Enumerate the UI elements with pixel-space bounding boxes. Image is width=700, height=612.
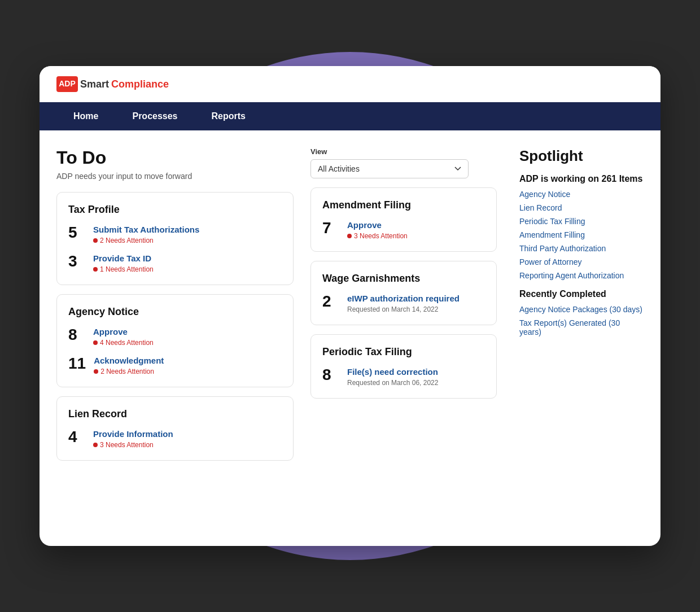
periodic-tax-filing-title: Periodic Tax Filing (322, 346, 485, 358)
compliance-label: Compliance (111, 78, 169, 90)
item-number-5: 5 (68, 225, 85, 241)
provide-tax-id-attention: 1 Needs Attention (93, 265, 154, 273)
lien-record-card: Lien Record 4 Provide Information 3 Need… (56, 396, 294, 461)
approve-attention: 4 Needs Attention (93, 339, 154, 347)
spotlight-working-title: ADP is working on 261 Items (519, 174, 644, 184)
wage-garnishments-title: Wage Garnishments (322, 273, 485, 285)
files-correction-subtext: Requested on March 06, 2022 (347, 379, 438, 387)
smart-label: Smart (80, 78, 109, 90)
item-number-8b: 8 (322, 367, 339, 383)
attention-dot (93, 340, 98, 345)
spotlight-link-reporting-agent[interactable]: Reporting Agent Authorization (519, 271, 644, 280)
adp-logo: ADP (56, 76, 78, 92)
right-panel: Spotlight ADP is working on 261 Items Ag… (514, 147, 644, 470)
recent-item-agency-notice[interactable]: Agency Notice Packages (30 days) (519, 305, 644, 314)
tax-profile-title: Tax Profile (68, 204, 282, 216)
outer-background: ADP SmartCompliance Home Processes Repor… (0, 0, 700, 612)
amendment-filing-card: Amendment Filing 7 Approve 3 Needs Atten… (310, 187, 497, 252)
todo-subtitle: ADP needs your input to move forward (56, 172, 294, 181)
item-content-eiwp: eIWP authorization required Requested on… (347, 294, 460, 313)
attention-dot (93, 267, 98, 272)
provide-tax-id-link[interactable]: Provide Tax ID (93, 253, 154, 263)
agency-notice-title: Agency Notice (68, 306, 282, 318)
item-number-3: 3 (68, 253, 85, 269)
todo-title: To Do (56, 147, 294, 168)
item-number-7: 7 (322, 220, 339, 236)
eiwp-link[interactable]: eIWP authorization required (347, 294, 460, 303)
spotlight-link-power-of-attorney[interactable]: Power of Attorney (519, 257, 644, 266)
item-content-amendment-approve: Approve 3 Needs Attention (347, 220, 408, 240)
view-select[interactable]: All Activities (310, 159, 469, 178)
item-content-provide-info: Provide Information 3 Needs Attention (93, 429, 173, 449)
submit-tax-attention: 2 Needs Attention (93, 237, 199, 244)
middle-panel: View All Activities Amendment Filing 7 A… (310, 147, 497, 470)
spotlight-link-amendment[interactable]: Amendment Filling (519, 230, 644, 239)
attention-dot (93, 443, 98, 447)
adp-icon: ADP (56, 76, 78, 92)
todo-item-provide-tax-id: 3 Provide Tax ID 1 Needs Attention (68, 253, 282, 273)
nav-home[interactable]: Home (56, 102, 115, 130)
recently-completed-title: Recently Completed (519, 289, 644, 299)
nav-reports[interactable]: Reports (195, 102, 262, 130)
todo-item-acknowledgment: 11 Acknowledgment 2 Needs Attention (68, 356, 282, 375)
middle-item-eiwp: 2 eIWP authorization required Requested … (322, 294, 485, 313)
periodic-tax-filing-card: Periodic Tax Filing 8 File(s) need corre… (310, 334, 497, 399)
item-number-11: 11 (68, 356, 86, 371)
spotlight-link-agency-notice[interactable]: Agency Notice (519, 190, 644, 199)
spotlight-link-lien-record[interactable]: Lien Record (519, 203, 644, 212)
acknowledgment-link[interactable]: Acknowledgment (94, 356, 164, 365)
todo-item-submit-tax: 5 Submit Tax Authorizations 2 Needs Atte… (68, 225, 282, 244)
middle-item-files-correction: 8 File(s) need correction Requested on M… (322, 367, 485, 387)
left-panel: To Do ADP needs your input to move forwa… (56, 147, 294, 470)
spotlight-link-third-party[interactable]: Third Party Authorization (519, 244, 644, 253)
content-area: To Do ADP needs your input to move forwa… (40, 130, 660, 487)
agency-notice-card: Agency Notice 8 Approve 4 Needs Attentio… (56, 294, 294, 387)
amendment-approve-link[interactable]: Approve (347, 220, 408, 230)
item-number-8: 8 (68, 327, 85, 343)
nav-processes[interactable]: Processes (115, 102, 194, 130)
lien-record-title: Lien Record (68, 408, 282, 420)
recent-item-tax-report[interactable]: Tax Report(s) Generated (30 years) (519, 318, 644, 336)
submit-tax-link[interactable]: Submit Tax Authorizations (93, 225, 199, 234)
acknowledgment-attention: 2 Needs Attention (94, 368, 164, 375)
middle-item-approve: 7 Approve 3 Needs Attention (322, 220, 485, 240)
item-content-approve: Approve 4 Needs Attention (93, 327, 154, 347)
navigation-bar: Home Processes Reports (40, 102, 660, 130)
view-area: View All Activities (310, 147, 497, 178)
tax-profile-card: Tax Profile 5 Submit Tax Authorizations … (56, 192, 294, 285)
item-content-provide-tax-id: Provide Tax ID 1 Needs Attention (93, 253, 154, 273)
approve-link[interactable]: Approve (93, 327, 154, 336)
provide-info-attention: 3 Needs Attention (93, 441, 173, 449)
amendment-filing-title: Amendment Filing (322, 199, 485, 211)
attention-dot (347, 234, 352, 238)
item-content-submit-tax: Submit Tax Authorizations 2 Needs Attent… (93, 225, 199, 244)
app-header: ADP SmartCompliance (40, 66, 660, 102)
item-content-files-correction: File(s) need correction Requested on Mar… (347, 367, 438, 387)
item-number-4: 4 (68, 429, 85, 445)
app-window: ADP SmartCompliance Home Processes Repor… (40, 66, 660, 546)
files-correction-link[interactable]: File(s) need correction (347, 367, 438, 377)
attention-dot (93, 238, 98, 243)
spotlight-link-periodic-tax[interactable]: Periodic Tax Filling (519, 217, 644, 226)
spotlight-title: Spotlight (519, 147, 644, 165)
todo-item-approve: 8 Approve 4 Needs Attention (68, 327, 282, 347)
provide-information-link[interactable]: Provide Information (93, 429, 173, 439)
svg-text:ADP: ADP (59, 79, 76, 88)
attention-dot (94, 369, 98, 374)
todo-item-provide-info: 4 Provide Information 3 Needs Attention (68, 429, 282, 449)
item-content-acknowledgment: Acknowledgment 2 Needs Attention (94, 356, 164, 375)
logo-area: ADP SmartCompliance (56, 76, 169, 92)
wage-garnishments-card: Wage Garnishments 2 eIWP authorization r… (310, 261, 497, 325)
view-label: View (310, 147, 327, 156)
eiwp-subtext: Requested on March 14, 2022 (347, 305, 460, 313)
item-number-2: 2 (322, 294, 339, 309)
amendment-attention: 3 Needs Attention (347, 232, 408, 240)
